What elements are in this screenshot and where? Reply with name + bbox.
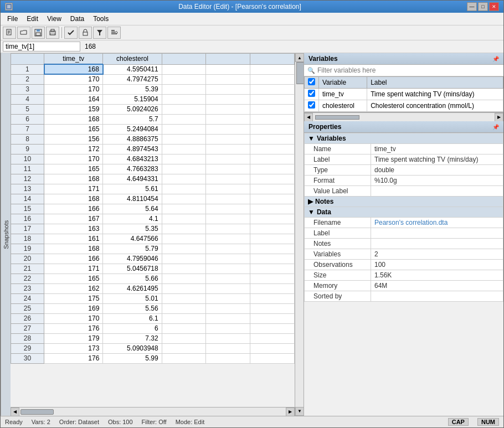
toolbar-save[interactable]	[32, 27, 45, 39]
cell-empty[interactable]	[250, 353, 295, 363]
cell-time_tv[interactable]: 166	[44, 254, 103, 264]
cell-empty[interactable]	[250, 283, 295, 293]
pin-icon[interactable]: 📌	[492, 56, 499, 62]
menu-view[interactable]: View	[43, 14, 66, 24]
toolbar-sort[interactable]	[107, 27, 121, 39]
h-scroll-track[interactable]	[19, 408, 286, 416]
cell-empty[interactable]	[250, 84, 295, 94]
cell-empty[interactable]	[162, 333, 206, 343]
scroll-right-btn[interactable]: ▶	[286, 408, 295, 416]
cell-empty[interactable]	[162, 194, 206, 204]
cell-time_tv[interactable]: 171	[44, 184, 103, 194]
cell-empty[interactable]	[206, 353, 250, 363]
cell-empty[interactable]	[206, 313, 250, 323]
cell-empty[interactable]	[250, 164, 295, 174]
cell-cholesterol[interactable]: 5.15904	[103, 94, 162, 104]
cell-time_tv[interactable]: 156	[44, 134, 103, 144]
cell-cholesterol[interactable]: 4.7974275	[103, 74, 162, 84]
cell-cholesterol[interactable]: 5.56	[103, 303, 162, 313]
var-name-cell[interactable]: cholesterol	[319, 100, 367, 112]
panel-h-thumb[interactable]	[315, 115, 359, 120]
cell-empty[interactable]	[250, 174, 295, 184]
minimize-button[interactable]: —	[467, 2, 477, 11]
cell-empty[interactable]	[162, 254, 206, 264]
cell-empty[interactable]	[206, 94, 250, 104]
cell-empty[interactable]	[250, 194, 295, 204]
cell-time_tv[interactable]: 179	[44, 333, 103, 343]
cell-empty[interactable]	[206, 293, 250, 303]
panel-h-track[interactable]	[313, 113, 495, 122]
cell-empty[interactable]	[162, 64, 206, 74]
cell-empty[interactable]	[206, 303, 250, 313]
cell-time_tv[interactable]: 168	[44, 194, 103, 204]
v-scroll-track[interactable]	[295, 62, 304, 407]
cell-cholesterol[interactable]: 4.5950411	[103, 64, 162, 74]
var-checkbox-time_tv[interactable]	[308, 90, 315, 97]
cell-time_tv[interactable]: 170	[44, 154, 103, 164]
panel-scroll-left[interactable]: ◀	[304, 113, 313, 122]
cell-empty[interactable]	[206, 214, 250, 224]
cell-time_tv[interactable]: 163	[44, 224, 103, 234]
cell-cholesterol[interactable]: 6	[103, 323, 162, 333]
cell-time_tv[interactable]: 170	[44, 74, 103, 84]
filter-input[interactable]	[317, 66, 500, 74]
menu-file[interactable]: File	[3, 14, 22, 24]
cell-time_tv[interactable]: 168	[44, 64, 103, 74]
cell-empty[interactable]	[162, 144, 206, 154]
cell-empty[interactable]	[206, 74, 250, 84]
cell-time_tv[interactable]: 168	[44, 114, 103, 124]
cell-time_tv[interactable]: 161	[44, 234, 103, 244]
cell-empty[interactable]	[162, 313, 206, 323]
cell-cholesterol[interactable]: 5.64	[103, 204, 162, 214]
cell-time_tv[interactable]: 170	[44, 84, 103, 94]
cell-cholesterol[interactable]: 5.61	[103, 184, 162, 194]
cell-cholesterol[interactable]: 4.6261495	[103, 283, 162, 293]
cell-empty[interactable]	[162, 184, 206, 194]
cell-empty[interactable]	[206, 204, 250, 214]
cell-empty[interactable]	[162, 94, 206, 104]
cell-cholesterol[interactable]: 5.0903948	[103, 343, 162, 353]
cell-time_tv[interactable]: 165	[44, 164, 103, 174]
cell-empty[interactable]	[162, 134, 206, 144]
cell-time_tv[interactable]: 170	[44, 313, 103, 323]
cell-empty[interactable]	[162, 124, 206, 134]
cell-time_tv[interactable]: 167	[44, 214, 103, 224]
props-section-header[interactable]: ▼Variables	[305, 133, 503, 144]
scroll-down-btn[interactable]: ▼	[295, 407, 304, 416]
cell-empty[interactable]	[250, 154, 295, 164]
cell-empty[interactable]	[250, 303, 295, 313]
cell-empty[interactable]	[250, 264, 295, 274]
cell-empty[interactable]	[250, 254, 295, 264]
cell-empty[interactable]	[206, 114, 250, 124]
cell-empty[interactable]	[250, 184, 295, 194]
cell-time_tv[interactable]: 165	[44, 124, 103, 134]
h-scroll-thumb[interactable]	[20, 409, 54, 415]
vertical-scrollbar[interactable]: ▲ ▼	[295, 53, 304, 416]
cell-empty[interactable]	[250, 114, 295, 124]
cell-empty[interactable]	[206, 234, 250, 244]
cell-cholesterol[interactable]: 4.6494331	[103, 174, 162, 184]
cell-empty[interactable]	[162, 154, 206, 164]
cell-empty[interactable]	[250, 274, 295, 283]
cell-cholesterol[interactable]: 5.39	[103, 84, 162, 94]
cell-empty[interactable]	[206, 84, 250, 94]
var-check-all[interactable]	[308, 78, 315, 85]
cell-time_tv[interactable]: 168	[44, 244, 103, 254]
toolbar-open[interactable]	[17, 27, 30, 39]
cell-time_tv[interactable]: 169	[44, 303, 103, 313]
maximize-button[interactable]: □	[478, 2, 488, 11]
cell-empty[interactable]	[206, 184, 250, 194]
cell-empty[interactable]	[206, 323, 250, 333]
scroll-left-btn[interactable]: ◀	[11, 408, 19, 416]
cell-empty[interactable]	[250, 224, 295, 234]
cell-empty[interactable]	[250, 94, 295, 104]
cell-time_tv[interactable]: 168	[44, 174, 103, 184]
cell-empty[interactable]	[162, 74, 206, 84]
cell-time_tv[interactable]: 176	[44, 323, 103, 333]
cell-cholesterol[interactable]: 7.32	[103, 333, 162, 343]
cell-cholesterol[interactable]: 5.99	[103, 353, 162, 363]
cell-cholesterol[interactable]: 4.7959046	[103, 254, 162, 264]
cell-empty[interactable]	[206, 174, 250, 184]
cell-empty[interactable]	[206, 274, 250, 283]
menu-tools[interactable]: Tools	[89, 14, 113, 24]
